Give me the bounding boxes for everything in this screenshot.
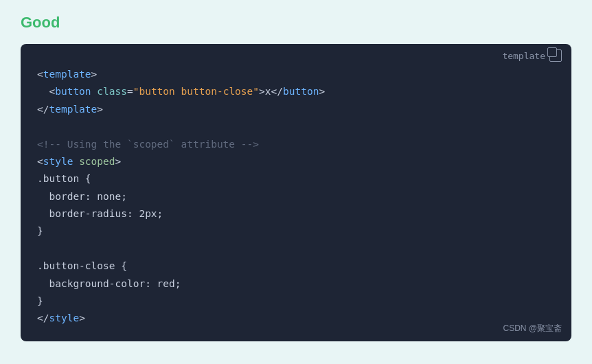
watermark: CSDN @聚宝斋 [503, 323, 562, 334]
copy-icon[interactable] [549, 49, 562, 62]
code-block-wrapper: template <template> <button class="butto… [21, 44, 571, 341]
code-block-header: template [492, 44, 571, 66]
template-badge: template [502, 51, 545, 61]
good-heading: Good [21, 14, 60, 32]
code-content: <template> <button class="button button-… [21, 44, 571, 341]
